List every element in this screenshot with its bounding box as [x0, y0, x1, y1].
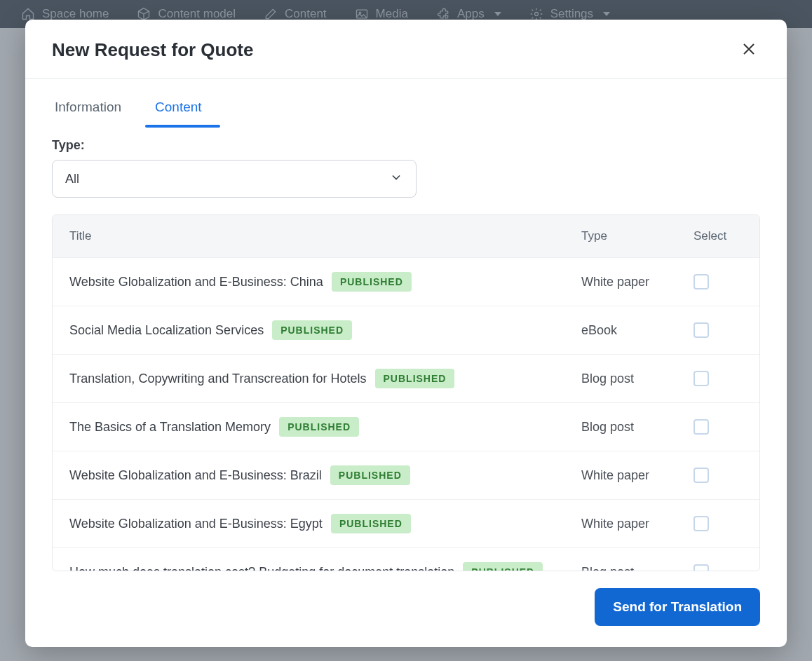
table-row: How much does translation cost? Budgetin… — [53, 547, 759, 571]
row-select-checkbox[interactable] — [693, 419, 709, 435]
modal-footer: Send for Translation — [25, 571, 787, 647]
modal-title: New Request for Quote — [52, 39, 253, 61]
new-request-modal: New Request for Quote Information Conten… — [25, 20, 787, 647]
type-label: Type: — [52, 138, 760, 153]
modal-body: Type: All Title Type Select Website Glob… — [25, 127, 787, 571]
table-row: The Basics of a Translation MemoryPUBLIS… — [53, 402, 759, 451]
row-select-cell — [693, 322, 743, 338]
header-select: Select — [693, 229, 743, 243]
row-select-cell — [693, 371, 743, 386]
table-row: Social Media Localization ServicesPUBLIS… — [53, 306, 759, 354]
close-button[interactable] — [740, 41, 760, 60]
row-select-checkbox[interactable] — [693, 322, 709, 338]
chevron-down-icon — [389, 170, 403, 188]
row-select-cell — [693, 516, 743, 531]
row-type: Blog post — [581, 420, 693, 435]
row-select-cell — [693, 564, 743, 571]
status-badge: PUBLISHED — [463, 562, 543, 571]
table-row: Website Globalization and E-Business: Br… — [53, 451, 759, 499]
header-type: Type — [581, 229, 693, 243]
status-badge: PUBLISHED — [331, 514, 411, 533]
row-title: Website Globalization and E-Business: Br… — [69, 468, 322, 483]
close-icon — [740, 41, 757, 57]
row-select-checkbox[interactable] — [693, 371, 709, 386]
table-row: Website Globalization and E-Business: Ch… — [53, 257, 759, 306]
row-title: Translation, Copywriting and Transcreati… — [69, 372, 367, 386]
row-title-cell: Website Globalization and E-Business: Ch… — [69, 272, 581, 292]
content-table: Title Type Select Website Globalization … — [52, 214, 760, 571]
row-type: Blog post — [581, 372, 693, 386]
table-header: Title Type Select — [53, 215, 759, 257]
row-type: White paper — [581, 468, 693, 483]
row-title: Social Media Localization Services — [69, 323, 264, 338]
table-row: Translation, Copywriting and Transcreati… — [53, 354, 759, 402]
row-title-cell: The Basics of a Translation MemoryPUBLIS… — [69, 417, 581, 437]
status-badge: PUBLISHED — [375, 369, 455, 388]
row-title-cell: Social Media Localization ServicesPUBLIS… — [69, 320, 581, 340]
status-badge: PUBLISHED — [332, 272, 412, 292]
row-title: Website Globalization and E-Business: Ch… — [69, 275, 323, 289]
row-title: How much does translation cost? Budgetin… — [69, 565, 454, 571]
row-title-cell: Website Globalization and E-Business: Br… — [69, 465, 581, 485]
row-select-cell — [693, 274, 743, 289]
header-title: Title — [69, 229, 581, 243]
row-type: Blog post — [581, 565, 693, 571]
status-badge: PUBLISHED — [330, 465, 410, 485]
status-badge: PUBLISHED — [272, 320, 352, 340]
row-select-cell — [693, 468, 743, 483]
row-select-checkbox[interactable] — [693, 468, 709, 483]
send-for-translation-button[interactable]: Send for Translation — [595, 588, 760, 626]
tabs: Information Content — [25, 94, 787, 127]
status-badge: PUBLISHED — [279, 417, 359, 437]
row-title-cell: Translation, Copywriting and Transcreati… — [69, 369, 581, 388]
row-select-checkbox[interactable] — [693, 564, 709, 571]
modal-header: New Request for Quote — [25, 20, 787, 79]
row-title-cell: Website Globalization and E-Business: Eg… — [69, 514, 581, 533]
row-select-cell — [693, 419, 743, 435]
tab-information[interactable]: Information — [52, 94, 124, 126]
table-scroll[interactable]: Title Type Select Website Globalization … — [53, 215, 759, 571]
type-select-value: All — [65, 172, 79, 186]
row-title: Website Globalization and E-Business: Eg… — [69, 517, 323, 531]
row-select-checkbox[interactable] — [693, 516, 709, 531]
row-select-checkbox[interactable] — [693, 274, 709, 289]
type-select[interactable]: All — [52, 160, 417, 198]
table-row: Website Globalization and E-Business: Eg… — [53, 499, 759, 547]
row-title-cell: How much does translation cost? Budgetin… — [69, 562, 581, 571]
row-type: eBook — [581, 323, 693, 338]
row-type: White paper — [581, 275, 693, 289]
row-title: The Basics of a Translation Memory — [69, 420, 271, 435]
row-type: White paper — [581, 517, 693, 531]
tab-content[interactable]: Content — [152, 94, 205, 126]
